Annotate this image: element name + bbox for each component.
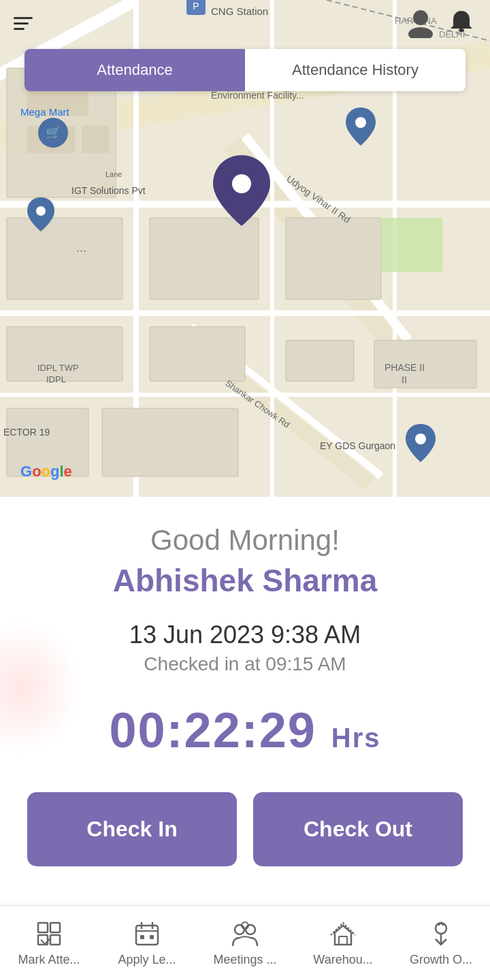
- svg-point-62: [235, 925, 244, 934]
- svg-text:Environment Facility...: Environment Facility...: [211, 90, 304, 101]
- timer-display: 00:22:29 Hrs: [110, 702, 381, 758]
- check-in-button[interactable]: Check In: [27, 792, 237, 866]
- svg-rect-50: [38, 923, 48, 932]
- svg-rect-10: [7, 327, 122, 381]
- svg-text:EY GDS Gurgaon: EY GDS Gurgaon: [320, 440, 395, 451]
- svg-rect-13: [102, 408, 238, 476]
- svg-rect-9: [286, 218, 381, 299]
- svg-rect-7: [7, 218, 122, 299]
- svg-rect-51: [50, 923, 60, 932]
- nav-item-warehouse[interactable]: Warehou...: [294, 919, 392, 967]
- tab-switcher: Attendance Attendance History: [24, 49, 466, 91]
- svg-rect-11: [150, 327, 245, 381]
- svg-rect-49: [459, 29, 464, 32]
- timer-unit: Hrs: [331, 723, 381, 753]
- app-header: [0, 0, 490, 46]
- svg-rect-19: [82, 126, 109, 153]
- check-out-button[interactable]: Check Out: [253, 792, 463, 866]
- decoration-blob: [0, 619, 82, 755]
- svg-point-47: [413, 10, 428, 25]
- checkin-time: Checked in at 09:15 AM: [144, 653, 346, 675]
- greeting-text: Good Morning!: [150, 524, 340, 557]
- profile-icon[interactable]: [406, 8, 436, 38]
- svg-rect-53: [50, 935, 60, 945]
- growth-icon: [426, 919, 456, 949]
- svg-text:II: II: [402, 374, 407, 385]
- svg-rect-56: [136, 926, 158, 945]
- svg-point-44: [355, 117, 366, 128]
- datetime-display: 13 Jun 2023 9:38 AM: [129, 621, 361, 649]
- mark-attendance-icon: [34, 919, 64, 949]
- nav-item-apply-leave[interactable]: Apply Le...: [98, 919, 196, 967]
- map-container: Udyog Vihar II Rd Shankar Chowk Rd HARYA…: [0, 0, 490, 497]
- svg-rect-8: [150, 218, 259, 299]
- tab-attendance[interactable]: Attendance: [24, 49, 245, 91]
- bottom-navigation: Mark Atte... Apply Le...: [0, 905, 490, 980]
- nav-label-growth: Growth O...: [410, 953, 472, 967]
- meetings-icon: [230, 919, 260, 949]
- svg-point-48: [408, 27, 433, 38]
- svg-text:IGT Solutions Pvt: IGT Solutions Pvt: [71, 185, 146, 196]
- svg-rect-61: [150, 935, 154, 939]
- svg-line-54: [41, 940, 45, 944]
- nav-label-meetings: Meetings ...: [213, 953, 276, 967]
- nav-item-meetings[interactable]: Meetings ...: [196, 919, 294, 967]
- svg-text:Mega Mart: Mega Mart: [20, 106, 70, 118]
- svg-text:Lane: Lane: [105, 170, 122, 178]
- notification-bell-icon[interactable]: [446, 8, 476, 38]
- svg-rect-60: [140, 935, 144, 939]
- nav-label-apply-leave: Apply Le...: [118, 953, 176, 967]
- svg-point-45: [415, 434, 426, 444]
- tab-attendance-history[interactable]: Attendance History: [245, 49, 466, 91]
- svg-text:IDPL: IDPL: [46, 374, 66, 385]
- svg-text:...: ...: [76, 241, 86, 255]
- action-buttons-row: Check In Check Out: [27, 792, 463, 866]
- svg-point-43: [36, 206, 46, 216]
- svg-text:ECTOR 19: ECTOR 19: [3, 427, 50, 438]
- nav-label-mark-attendance: Mark Atte...: [18, 953, 80, 967]
- user-name: Abhishek Sharma: [113, 562, 378, 599]
- apply-leave-icon: [132, 919, 162, 949]
- svg-text:IDPL TWP: IDPL TWP: [37, 363, 79, 373]
- svg-rect-20: [381, 218, 442, 272]
- svg-point-63: [246, 925, 255, 934]
- svg-text:🛒: 🛒: [46, 125, 61, 140]
- hamburger-menu[interactable]: [14, 17, 33, 30]
- svg-point-46: [232, 174, 251, 193]
- nav-item-mark-attendance[interactable]: Mark Atte...: [0, 919, 98, 967]
- timer-value: 00:22:29: [110, 703, 316, 757]
- svg-text:Google: Google: [20, 463, 72, 480]
- warehouse-icon: [328, 919, 358, 949]
- nav-label-warehouse: Warehou...: [313, 953, 372, 967]
- svg-text:PHASE II: PHASE II: [385, 362, 425, 373]
- svg-rect-14: [286, 340, 354, 381]
- nav-item-growth[interactable]: Growth O...: [392, 919, 490, 967]
- svg-rect-65: [339, 936, 347, 945]
- svg-point-66: [436, 923, 446, 934]
